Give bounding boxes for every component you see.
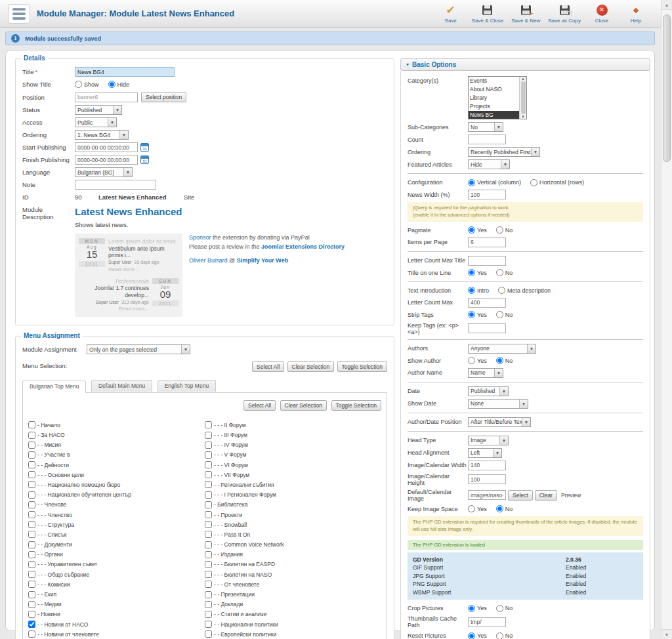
reset-pictures-no-radio[interactable] xyxy=(496,632,503,639)
image-calendar-width-input[interactable] xyxy=(468,461,506,470)
menu-item-checkbox[interactable] xyxy=(28,521,35,528)
menu-item-checkbox[interactable] xyxy=(28,451,35,459)
reset-pictures-yes-radio[interactable] xyxy=(468,632,475,639)
menu-item-checkbox[interactable] xyxy=(205,561,212,568)
read-more-link[interactable]: Read more... xyxy=(108,266,178,273)
strip-tags-no-option[interactable]: No xyxy=(496,311,513,318)
menu-item-checkbox[interactable] xyxy=(205,491,212,499)
menu-item[interactable]: - Библиотека xyxy=(205,500,381,510)
configuration-vertical-radio[interactable] xyxy=(468,179,475,186)
strip-tags-no-radio[interactable] xyxy=(496,311,503,318)
access-select[interactable]: Public▼ xyxy=(75,117,117,127)
menu-item[interactable]: - - Новини от членовете xyxy=(28,629,205,639)
show-title-show-option[interactable]: Show xyxy=(75,81,99,88)
keep-tags-input[interactable] xyxy=(468,323,506,333)
crop-pictures-no-option[interactable]: No xyxy=(496,605,513,612)
finish-publishing-input[interactable] xyxy=(75,155,138,165)
scroll-down-icon[interactable]: ▼ xyxy=(662,629,672,639)
read-more-link[interactable]: Read more... xyxy=(79,306,149,312)
reset-pictures-no-option[interactable]: No xyxy=(496,632,513,639)
scroll-down-icon[interactable]: ▼ xyxy=(521,115,525,119)
clear-selection-button[interactable]: Clear Selection xyxy=(280,400,327,411)
menu-item[interactable]: - - - VII Форум xyxy=(205,470,381,480)
save-button[interactable]: ✔ Save xyxy=(438,4,464,24)
menu-item[interactable]: - - Статии и анализи xyxy=(205,609,381,619)
crop-pictures-yes-radio[interactable] xyxy=(468,605,475,612)
menu-item-checkbox[interactable] xyxy=(28,501,35,508)
menu-item[interactable]: - - - От членовете xyxy=(205,579,381,589)
menu-item[interactable]: - - Новини от НАСО xyxy=(28,619,205,629)
menu-item[interactable]: - - Дейности xyxy=(28,460,205,470)
text-intro-intro-option[interactable]: Intro xyxy=(468,287,489,294)
menu-item[interactable]: - - - Управителен съвет xyxy=(28,560,205,569)
title-one-line-no-option[interactable]: No xyxy=(496,269,513,276)
menu-item-checkbox[interactable] xyxy=(28,571,35,578)
menu-item-checkbox[interactable] xyxy=(205,432,212,439)
show-author-no-option[interactable]: No xyxy=(496,357,513,364)
menu-item-checkbox[interactable] xyxy=(205,481,212,488)
crop-pictures-no-radio[interactable] xyxy=(496,605,503,612)
menu-item-checkbox[interactable] xyxy=(205,621,212,628)
tab-bulgarian-top-menu[interactable]: Bulgarian Top Menu xyxy=(22,381,86,393)
menu-item[interactable]: - Новини xyxy=(28,609,205,619)
menu-item-checkbox[interactable] xyxy=(28,432,35,439)
menu-item-checkbox[interactable] xyxy=(28,541,35,548)
menu-item-checkbox[interactable] xyxy=(28,551,35,558)
head-type-select[interactable]: Image▼ xyxy=(468,436,509,445)
menu-item-checkbox[interactable] xyxy=(205,581,212,588)
close-button[interactable]: ✕ Close xyxy=(589,4,615,24)
menu-item-checkbox[interactable] xyxy=(28,630,35,638)
note-input[interactable] xyxy=(75,180,156,190)
menu-item-checkbox[interactable] xyxy=(205,531,212,538)
calendar-icon[interactable] xyxy=(140,155,149,164)
menu-item-checkbox[interactable] xyxy=(28,581,35,588)
menu-item-checkbox[interactable] xyxy=(28,442,35,449)
select-all-button[interactable]: Select All xyxy=(243,400,276,411)
menu-item[interactable]: - - Регионални събития xyxy=(205,480,381,489)
language-select[interactable]: Bulgarian (BG)▼ xyxy=(75,167,133,177)
tab-english-top-menu[interactable]: English Top Menu xyxy=(158,380,216,392)
save-copy-button[interactable]: ❐ Save as Copy xyxy=(548,4,581,24)
author-date-position-select[interactable]: After Title/Before Text▼ xyxy=(468,417,531,427)
category-option[interactable]: About NASO xyxy=(469,85,519,94)
strip-tags-yes-option[interactable]: Yes xyxy=(468,311,487,318)
show-date-select[interactable]: None▼ xyxy=(468,399,528,409)
menu-item-checkbox[interactable] xyxy=(28,601,35,608)
menu-item-checkbox[interactable] xyxy=(205,541,212,548)
title-one-line-yes-option[interactable]: Yes xyxy=(468,269,487,276)
menu-item-checkbox[interactable] xyxy=(28,621,35,628)
count-input[interactable] xyxy=(468,134,506,144)
show-author-no-radio[interactable] xyxy=(496,357,503,364)
menu-item[interactable]: - - Европейски политики xyxy=(205,629,381,639)
save-close-button[interactable]: Save & Close xyxy=(472,4,503,24)
menu-item[interactable]: - - - I Регионален Форум xyxy=(205,490,381,500)
menu-item[interactable]: - - Издания xyxy=(205,550,381,560)
menu-item-checkbox[interactable] xyxy=(28,461,35,468)
select-position-button[interactable]: Select position xyxy=(141,92,186,102)
menu-item-checkbox[interactable] xyxy=(205,521,212,528)
category-option[interactable]: Projects xyxy=(469,102,519,111)
menu-item-checkbox[interactable] xyxy=(205,461,212,468)
image-calendar-height-input[interactable] xyxy=(468,474,506,484)
menu-item-checkbox[interactable] xyxy=(205,571,212,578)
window-scrollbar[interactable]: ▲ ▼ xyxy=(661,0,672,639)
crop-pictures-yes-option[interactable]: Yes xyxy=(468,605,487,612)
menu-item[interactable]: - - - Бюлетин на EASPD xyxy=(205,560,381,569)
save-new-button[interactable]: + Save & New xyxy=(511,4,540,24)
paginate-yes-option[interactable]: Yes xyxy=(468,226,487,234)
menu-item[interactable]: - - Членове xyxy=(28,500,205,510)
menu-item-checkbox[interactable] xyxy=(205,442,212,449)
menu-item[interactable]: - - - Snowball xyxy=(205,520,381,529)
menu-item[interactable]: - За НАСО xyxy=(28,430,205,440)
menu-item[interactable]: - - Участие в xyxy=(28,450,205,460)
menu-item-checkbox[interactable] xyxy=(28,491,35,499)
author-name-select[interactable]: Name▼ xyxy=(468,368,503,378)
menu-item[interactable]: - - Документи xyxy=(28,540,205,550)
menu-item[interactable]: - - Екип xyxy=(28,589,205,599)
paginate-no-option[interactable]: No xyxy=(496,226,513,234)
menu-item[interactable]: - - - Общо събрание xyxy=(28,569,205,579)
category-option[interactable]: Library xyxy=(469,94,519,102)
menu-item-checkbox[interactable] xyxy=(205,451,212,459)
tab-default-main-menu[interactable]: Default Main Menu xyxy=(91,380,152,392)
menu-item-checkbox[interactable] xyxy=(28,611,35,618)
